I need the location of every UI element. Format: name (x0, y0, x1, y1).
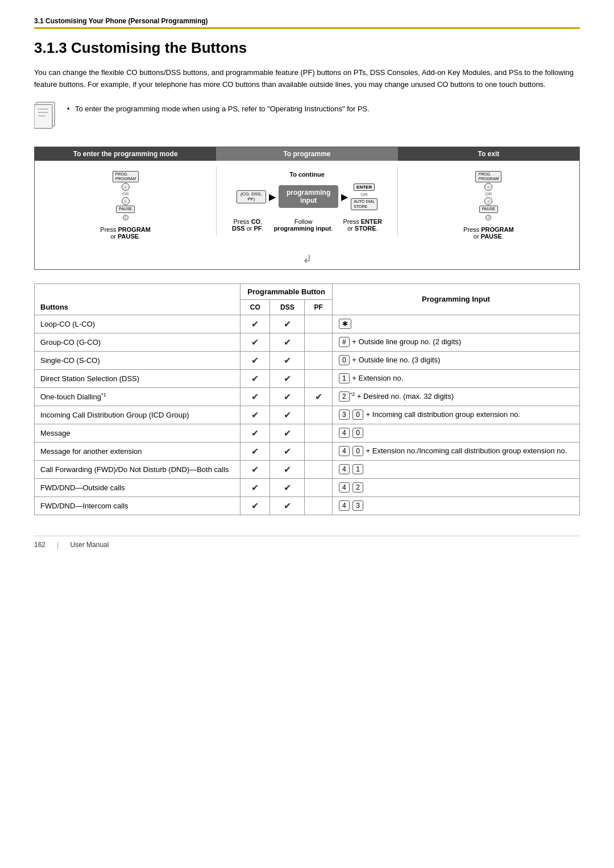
table-cell-co: ✔ (240, 424, 270, 442)
table-row: Single-CO (S-CO)✔✔0 + Outside line no. (… (35, 351, 580, 369)
table-cell-pf (305, 315, 333, 333)
table-cell-pf (305, 406, 333, 424)
table-cell-pf (305, 424, 333, 442)
table-cell-button: Incoming Call Distribution Group (ICD Gr… (35, 406, 240, 424)
intro-text: You can change the flexible CO buttons/D… (34, 67, 580, 91)
table-cell-co: ✔ (240, 442, 270, 460)
table-cell-button: FWD/DND—Intercom calls (35, 496, 240, 515)
separator: | (57, 541, 59, 549)
flow-header-col3: To exit (398, 147, 579, 161)
table-row: Message✔✔4 0 (35, 424, 580, 442)
table-cell-dss: ✔ (270, 478, 305, 496)
table-cell-dss: ✔ (270, 315, 305, 333)
table-cell-button: Loop-CO (L-CO) (35, 315, 240, 333)
table-cell-co: ✔ (240, 406, 270, 424)
chapter-title: 3.1.3 Customising the Buttons (34, 39, 580, 57)
table-row: Group-CO (G-CO)✔✔# + Outside line group … (35, 333, 580, 351)
table-cell-button: Message (35, 424, 240, 442)
follow-label: Followprogramming input. (274, 218, 333, 232)
col-dss: DSS (270, 299, 305, 315)
flow-section-programme: To continue (CO, DSS, PF) ▶ programmingi… (216, 166, 397, 236)
table-cell-co: ✔ (240, 460, 270, 478)
table-row: Message for another extension✔✔4 0 + Ext… (35, 442, 580, 460)
table-cell-button: One-touch Dialling*1 (35, 387, 240, 406)
table-cell-button: Call Forwarding (FWD)/Do Not Disturb (DN… (35, 460, 240, 478)
col-pf: PF (305, 299, 333, 315)
phone-icon-2: PROG.PROGRAM ○ OR ○ PAUSE ○ (475, 171, 501, 220)
table-cell-co: ✔ (240, 351, 270, 369)
table-cell-input: 4 0 (333, 424, 580, 442)
flow-header-col1: To enter the programming mode (35, 147, 216, 161)
table-cell-co: ✔ (240, 478, 270, 496)
table-cell-input: # + Outside line group no. (2 digits) (333, 333, 580, 351)
table-cell-input: 2*2 + Desired no. (max. 32 digits) (333, 387, 580, 406)
table-row: Call Forwarding (FWD)/Do Not Disturb (DN… (35, 460, 580, 478)
user-manual-label: User Manual (70, 541, 109, 549)
footer: 162 | User Manual (34, 536, 580, 549)
table-cell-pf (305, 369, 333, 387)
table-row: FWD/DND—Intercom calls✔✔4 3 (35, 496, 580, 515)
table-row: Loop-CO (L-CO)✔✔✱ (35, 315, 580, 333)
table-cell-pf (305, 442, 333, 460)
table-cell-button: Group-CO (G-CO) (35, 333, 240, 351)
table-cell-dss: ✔ (270, 496, 305, 515)
table-cell-pf (305, 496, 333, 515)
col-co: CO (240, 299, 270, 315)
table-cell-pf (305, 478, 333, 496)
table-cell-dss: ✔ (270, 460, 305, 478)
table-row: FWD/DND—Outside calls✔✔4 2 (35, 478, 580, 496)
note-bullet: • (67, 105, 70, 113)
table-cell-co: ✔ (240, 496, 270, 515)
prog-input-box: programminginput (279, 185, 338, 208)
table-cell-co: ✔ (240, 387, 270, 406)
page-number: 162 (34, 541, 45, 549)
table-cell-dss: ✔ (270, 406, 305, 424)
note-box: • To enter the programming mode when usi… (34, 100, 580, 135)
programme-flow-inner: (CO, DSS, PF) ▶ programminginput ▶ ENTER… (237, 183, 377, 210)
table-cell-dss: ✔ (270, 351, 305, 369)
continue-subheader: To continue (289, 171, 325, 178)
svg-rect-1 (34, 105, 52, 128)
table-cell-dss: ✔ (270, 369, 305, 387)
section-header: 3.1 Customising Your Phone (Personal Pro… (34, 17, 580, 29)
table-cell-pf (305, 460, 333, 478)
table-cell-input: 4 2 (333, 478, 580, 496)
note-text: To enter the programming mode when using… (75, 105, 370, 113)
col-programmable: Programmable Button (240, 283, 333, 299)
table-cell-pf: ✔ (305, 387, 333, 406)
table-cell-input: 0 + Outside line no. (3 digits) (333, 351, 580, 369)
programming-table: Buttons Programmable Button Programming … (34, 283, 580, 515)
table-cell-input: 4 3 (333, 496, 580, 515)
table-row: One-touch Dialling*1✔✔✔2*2 + Desired no.… (35, 387, 580, 406)
table-cell-input: 1 + Extension no. (333, 369, 580, 387)
table-cell-pf (305, 333, 333, 351)
press4-label: Press PROGRAMor PAUSE. (463, 226, 514, 240)
table-cell-input: 3 0 + Incoming call distribution group e… (333, 406, 580, 424)
table-row: Incoming Call Distribution Group (ICD Gr… (35, 406, 580, 424)
table-cell-dss: ✔ (270, 442, 305, 460)
note-icon (34, 101, 59, 135)
table-cell-input: 4 1 (333, 460, 580, 478)
flow-section-enter: PROG.PROGRAM ○ OR ○ PAUSE ○ Press PROGRA… (35, 166, 216, 244)
table-cell-button: FWD/DND—Outside calls (35, 478, 240, 496)
table-cell-co: ✔ (240, 315, 270, 333)
table-cell-dss: ✔ (270, 333, 305, 351)
table-cell-co: ✔ (240, 369, 270, 387)
flow-diagram: To enter the programming mode To program… (34, 147, 580, 270)
table-cell-input: ✱ (333, 315, 580, 333)
col-buttons: Buttons (35, 283, 240, 315)
table-cell-pf (305, 351, 333, 369)
table-cell-co: ✔ (240, 333, 270, 351)
table-cell-button: Message for another extension (35, 442, 240, 460)
phone-icon-1: PROG.PROGRAM ○ OR ○ PAUSE ○ (113, 171, 139, 220)
table-cell-dss: ✔ (270, 387, 305, 406)
flow-header-col2: To programme (216, 147, 397, 161)
table-cell-button: Single-CO (S-CO) (35, 351, 240, 369)
table-cell-input: 4 0 + Extension no./Incoming call distri… (333, 442, 580, 460)
press1-label: Press PROGRAMor PAUSE. (100, 226, 151, 240)
flow-section-exit: PROG.PROGRAM ○ OR ○ PAUSE ○ Press PROGRA… (398, 166, 579, 244)
table-cell-button: Direct Station Selection (DSS) (35, 369, 240, 387)
press3-label: Press ENTERor STORE. (343, 218, 382, 232)
col-programming-input: Programming Input (333, 283, 580, 315)
press2-label: Press CO,DSS or PF. (232, 218, 264, 232)
